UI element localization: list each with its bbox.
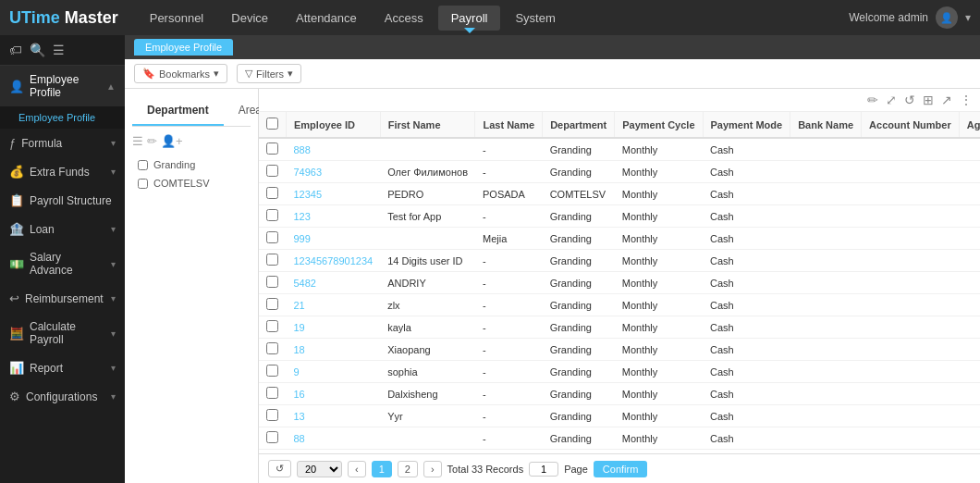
page-1-btn[interactable]: 1 — [372, 461, 392, 477]
row-lastname-9: - — [475, 339, 543, 361]
employee-id-link-1[interactable]: 74963 — [294, 167, 323, 178]
row-checkbox-9[interactable] — [259, 339, 287, 361]
employee-id-link-5[interactable]: 12345678901234 — [294, 255, 374, 266]
per-page-select[interactable]: 20 50 100 — [297, 461, 342, 477]
row-checkbox-8[interactable] — [259, 316, 287, 339]
search-icon[interactable]: 🔍 — [30, 43, 45, 57]
sidebar-item-loan[interactable]: 🏦 Loan ▾ — [0, 215, 125, 243]
add-user-icon[interactable]: 👤+ — [161, 134, 183, 148]
row-select-13[interactable] — [266, 431, 278, 443]
nav-personnel[interactable]: Personnel — [137, 6, 217, 31]
employee-id-link-9[interactable]: 18 — [294, 344, 305, 355]
dept-comtelsv-checkbox[interactable] — [138, 179, 148, 189]
refresh-icon[interactable]: ↺ — [904, 93, 915, 107]
share-icon[interactable]: ↗ — [941, 93, 952, 107]
page-2-btn[interactable]: 2 — [398, 461, 418, 477]
employee-id-link-8[interactable]: 19 — [294, 322, 305, 333]
row-checkbox-2[interactable] — [259, 183, 287, 205]
select-all-checkbox[interactable] — [266, 118, 278, 130]
row-select-4[interactable] — [266, 231, 278, 243]
chevron-icon-funds: ▾ — [111, 167, 116, 177]
sidebar-item-formula[interactable]: ƒ Formula ▾ — [0, 129, 125, 157]
row-firstname-12: Yyr — [380, 405, 475, 427]
sidebar-item-reimbursement[interactable]: ↩ Reimbursement ▾ — [0, 284, 125, 313]
row-checkbox-7[interactable] — [259, 294, 287, 316]
nav-device[interactable]: Device — [218, 6, 281, 31]
row-select-9[interactable] — [266, 342, 278, 354]
sidebar-item-configurations[interactable]: ⚙ Configurations ▾ — [0, 382, 125, 411]
prev-page-btn[interactable]: ‹ — [348, 461, 366, 477]
sidebar-item-extra-funds[interactable]: 💰 Extra Funds ▾ — [0, 157, 125, 186]
row-select-0[interactable] — [266, 142, 278, 155]
tab-department[interactable]: Department — [132, 96, 224, 126]
chevron-down-icon[interactable]: ▾ — [965, 11, 971, 24]
nav-payroll[interactable]: Payroll — [438, 6, 501, 31]
row-select-1[interactable] — [266, 165, 278, 177]
nav-access[interactable]: Access — [372, 6, 436, 31]
row-checkbox-3[interactable] — [259, 205, 287, 228]
employee-id-link-11[interactable]: 16 — [294, 389, 305, 400]
row-select-12[interactable] — [266, 409, 278, 421]
row-agent-11 — [959, 383, 980, 405]
bookmarks-button[interactable]: 🔖 Bookmarks ▾ — [134, 64, 227, 83]
row-cycle-5: Monthly — [615, 250, 703, 272]
row-select-5[interactable] — [266, 254, 278, 266]
dept-comtelsv[interactable]: COMTELSV — [132, 174, 251, 192]
employee-id-link-12[interactable]: 13 — [294, 411, 305, 422]
employee-id-link-7[interactable]: 21 — [294, 300, 305, 311]
row-checkbox-0[interactable] — [259, 138, 287, 161]
row-checkbox-11[interactable] — [259, 383, 287, 405]
more-icon[interactable]: ⋮ — [960, 93, 973, 107]
row-account-8 — [862, 316, 960, 339]
row-checkbox-12[interactable] — [259, 405, 287, 427]
sidebar-item-calculate-payroll[interactable]: 🧮 Calculate Payroll ▾ — [0, 313, 125, 353]
refresh-page-btn[interactable]: ↺ — [268, 460, 291, 477]
employee-id-link-3[interactable]: 123 — [294, 211, 311, 222]
breadcrumb-tab[interactable]: Employee Profile — [134, 39, 233, 56]
dept-granding[interactable]: Granding — [132, 155, 251, 174]
row-select-7[interactable] — [266, 298, 278, 310]
employee-id-link-6[interactable]: 5482 — [294, 278, 316, 289]
chevron-icon-config: ▾ — [111, 391, 116, 402]
sidebar-item-employee-profile[interactable]: 👤 Employee Profile ▲ — [0, 66, 125, 106]
row-select-6[interactable] — [266, 276, 278, 288]
employee-id-link-10[interactable]: 9 — [294, 366, 300, 378]
row-checkbox-1[interactable] — [259, 161, 287, 183]
menu-icon[interactable]: ☰ — [53, 43, 65, 57]
list-icon[interactable]: ☰ — [132, 134, 143, 148]
filters-button[interactable]: ▽ Filters ▾ — [237, 64, 301, 83]
nav-system[interactable]: System — [502, 6, 568, 31]
sidebar-item-salary-advance[interactable]: 💵 Salary Advance ▾ — [0, 243, 125, 284]
nav-attendance[interactable]: Attendance — [283, 6, 370, 31]
employee-id-link-0[interactable]: 888 — [294, 144, 311, 155]
bookmarks-label: Bookmarks — [159, 68, 210, 80]
col-payment-mode: Payment Mode — [703, 112, 790, 138]
sidebar-item-report[interactable]: 📊 Report ▾ — [0, 353, 125, 382]
dept-granding-checkbox[interactable] — [138, 160, 148, 170]
row-checkbox-10[interactable] — [259, 361, 287, 383]
columns-icon[interactable]: ⊞ — [923, 93, 934, 107]
row-cycle-13: Monthly — [615, 427, 703, 450]
edit-icon[interactable]: ✏ — [147, 134, 157, 148]
row-checkbox-5[interactable] — [259, 250, 287, 272]
row-select-2[interactable] — [266, 187, 278, 199]
next-page-btn[interactable]: › — [423, 461, 442, 477]
employee-id-link-4[interactable]: 999 — [294, 233, 311, 244]
row-checkbox-6[interactable] — [259, 272, 287, 294]
row-select-11[interactable] — [266, 387, 278, 399]
sidebar-subitem-employee-profile[interactable]: Employee Profile — [9, 106, 125, 129]
row-select-8[interactable] — [266, 320, 278, 332]
user-avatar[interactable]: 👤 — [936, 6, 958, 29]
tag-icon[interactable]: 🏷 — [9, 43, 22, 57]
edit-pencil-icon[interactable]: ✏ — [867, 93, 878, 107]
employee-id-link-13[interactable]: 88 — [294, 433, 305, 444]
expand-icon[interactable]: ⤢ — [886, 93, 897, 107]
page-input[interactable] — [529, 462, 558, 477]
employee-id-link-2[interactable]: 12345 — [294, 189, 323, 200]
row-select-10[interactable] — [266, 365, 278, 377]
row-select-3[interactable] — [266, 209, 278, 221]
row-checkbox-4[interactable] — [259, 228, 287, 250]
row-checkbox-13[interactable] — [259, 427, 287, 450]
confirm-btn[interactable]: Confirm — [594, 461, 648, 477]
sidebar-item-payroll-structure[interactable]: 📋 Payroll Structure — [0, 186, 125, 215]
